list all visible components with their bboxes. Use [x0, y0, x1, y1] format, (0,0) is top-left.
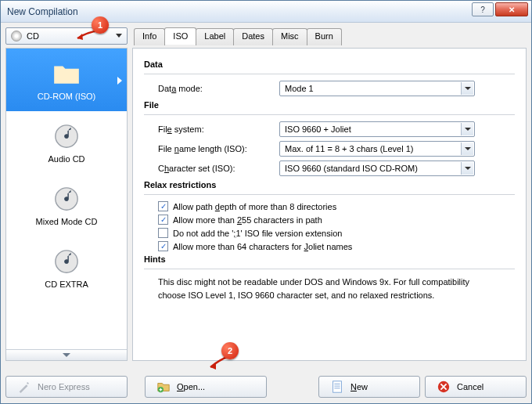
- disc-type-select[interactable]: CD: [5, 27, 128, 45]
- open-button[interactable]: Open...: [145, 376, 267, 398]
- type-label: CD-ROM (ISO): [38, 92, 96, 101]
- checkbox-label: Allow more than 255 characters in path: [173, 215, 322, 225]
- disc-extra-icon: [52, 247, 81, 276]
- close-button[interactable]: [495, 2, 528, 16]
- select-file-system[interactable]: ISO 9660 + Joliet: [279, 121, 475, 137]
- cancel-icon: [437, 380, 451, 394]
- tab-iso[interactable]: ISO: [164, 27, 196, 45]
- wand-icon: [17, 380, 31, 394]
- tab-info[interactable]: Info: [134, 28, 165, 45]
- annotation-marker-1: 1: [92, 16, 109, 34]
- disc-icon: [11, 31, 22, 41]
- type-mixed-mode[interactable]: Mixed Mode CD: [6, 174, 127, 236]
- button-label: New: [350, 382, 368, 391]
- section-relax: Relax restrictions: [144, 180, 515, 189]
- new-button[interactable]: New: [318, 376, 420, 398]
- checkbox-label: Allow path depth of more than 8 director…: [173, 202, 336, 211]
- button-bar: Nero Express Open... New Cancel: [5, 375, 527, 399]
- checkbox-no-ext[interactable]: [158, 228, 168, 238]
- select-charset[interactable]: ISO 9660 (standard ISO CD-ROM): [279, 161, 475, 176]
- tab-burn[interactable]: Burn: [307, 28, 342, 45]
- checkbox-path-255[interactable]: ✓: [158, 215, 168, 225]
- scroll-down-button[interactable]: [6, 349, 127, 360]
- label-name-length: File name length (ISO):: [158, 144, 279, 153]
- button-label: Nero Express: [38, 382, 90, 391]
- chevron-down-icon: [461, 82, 473, 95]
- annotation-marker-2: 2: [221, 342, 239, 359]
- checkbox-label: Do not add the ';1' ISO file version ext…: [173, 229, 342, 238]
- chevron-down-icon: [116, 34, 122, 38]
- section-data: Data: [144, 60, 515, 69]
- disc-type-label: CD: [27, 31, 39, 41]
- tab-label[interactable]: Label: [196, 28, 234, 45]
- select-data-mode[interactable]: Mode 1: [279, 81, 475, 96]
- window-title: New Compilation: [7, 6, 78, 17]
- label-charset: Character set (ISO):: [158, 164, 279, 173]
- select-name-length[interactable]: Max. of 11 = 8 + 3 chars (Level 1): [279, 141, 475, 157]
- checkbox-joliet-64[interactable]: ✓: [158, 241, 168, 251]
- label-data-mode: Data mode:: [158, 84, 279, 93]
- folder-open-icon: [156, 380, 171, 394]
- label-file-system: File system:: [158, 124, 279, 134]
- tab-dates[interactable]: Dates: [233, 28, 273, 45]
- help-button[interactable]: [472, 2, 494, 16]
- button-label: Cancel: [457, 382, 483, 391]
- tab-misc[interactable]: Misc: [272, 28, 307, 45]
- hints-text: This disc might not be readable under DO…: [158, 276, 515, 301]
- button-label: Open...: [177, 382, 205, 391]
- type-cdrom-iso[interactable]: CD-ROM (ISO): [6, 49, 127, 111]
- checkbox-label: Allow more than 64 characters for Joliet…: [173, 242, 352, 251]
- checkbox-path-depth[interactable]: ✓: [158, 201, 168, 211]
- svg-rect-7: [333, 381, 342, 392]
- iso-settings-panel: Data Data mode: Mode 1 File File system:…: [132, 48, 527, 361]
- type-audio-cd[interactable]: Audio CD: [6, 111, 127, 174]
- disc-mixed-icon: [52, 184, 81, 214]
- compilation-type-list: CD-ROM (ISO) Audio CD Mixed Mode CD CD E…: [5, 48, 128, 361]
- folder-icon: [52, 59, 81, 88]
- cancel-button[interactable]: Cancel: [425, 376, 527, 398]
- chevron-down-icon: [461, 162, 473, 175]
- type-label: Audio CD: [48, 154, 84, 164]
- document-new-icon: [330, 380, 344, 394]
- chevron-down-icon: [461, 142, 473, 155]
- dialog-window: New Compilation 1 CD Info ISO Label Date…: [0, 0, 532, 404]
- type-label: CD EXTRA: [45, 280, 88, 289]
- disc-music-icon: [52, 121, 81, 151]
- type-cd-extra[interactable]: CD EXTRA: [6, 236, 127, 299]
- chevron-down-icon: [461, 123, 473, 135]
- nero-express-button[interactable]: Nero Express: [5, 376, 128, 398]
- titlebar: New Compilation: [1, 1, 531, 23]
- section-file: File: [144, 100, 515, 110]
- type-label: Mixed Mode CD: [36, 217, 98, 226]
- section-hints: Hints: [144, 254, 515, 264]
- tab-strip: Info ISO Label Dates Misc Burn: [134, 27, 341, 45]
